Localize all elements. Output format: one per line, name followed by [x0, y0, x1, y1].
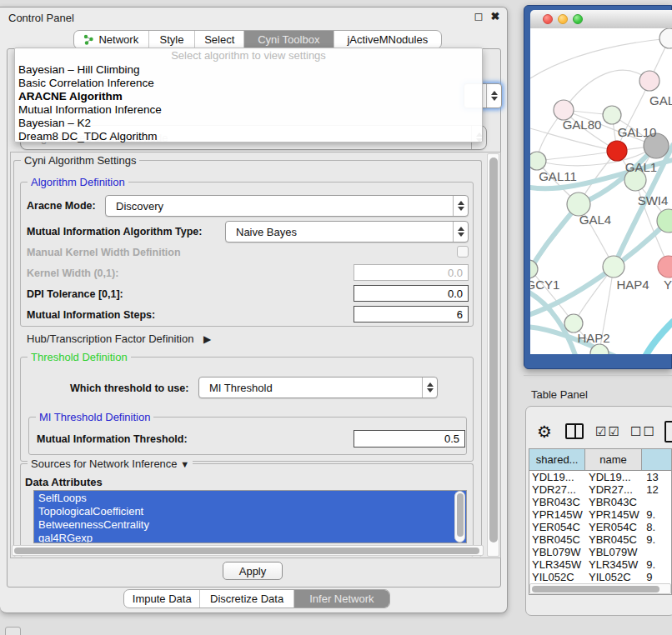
tab-jactivemnodules[interactable]: jActiveMNodules	[334, 31, 441, 48]
unchecked-columns-icon[interactable]: ☐☐	[630, 424, 656, 439]
attribute-list-scrollbar[interactable]	[454, 491, 465, 542]
gear-icon[interactable]: ⚙	[537, 422, 552, 442]
node-table[interactable]: shared... name YDL19...YDL19...13 YDR27.…	[529, 448, 672, 595]
column-header-shared-name[interactable]: shared...	[529, 449, 585, 470]
network-window-titlebar[interactable]	[530, 10, 672, 29]
mi-algorithm-type-label: Mutual Information Algorithm Type:	[27, 226, 202, 238]
tab-network-label: Network	[98, 33, 138, 46]
mi-algorithm-type-combo[interactable]: Naive Bayes	[225, 221, 469, 242]
node-label: SWI4	[638, 193, 669, 208]
node-gal11[interactable]	[530, 152, 546, 170]
tab-infer-network-label: Infer Network	[309, 592, 374, 605]
mi-steps-field[interactable]: 6	[354, 306, 469, 322]
dpi-tolerance-label: DPI Tolerance [0,1]:	[27, 288, 123, 300]
checked-columns-icon[interactable]: ☑☑	[595, 424, 621, 439]
attribute-item[interactable]: TopologicalCoefficient	[34, 504, 466, 518]
close-window-icon[interactable]: ✖	[489, 10, 502, 22]
table-row[interactable]: YBL079WYBL079W	[529, 546, 671, 558]
dpi-tolerance-field[interactable]: 0.0	[354, 285, 469, 302]
network-graph: GAL GAL80 GAL10 GAL1 GAL11 SWI4 GAL4 GCY…	[530, 28, 672, 354]
dropdown-item[interactable]: Bayesian – Hill Climbing	[15, 62, 482, 76]
stepper-icon	[453, 196, 468, 216]
mi-threshold-field[interactable]: 0.5	[354, 430, 465, 448]
node-gal[interactable]	[639, 71, 659, 91]
tab-style[interactable]: Style	[149, 31, 196, 48]
table-row[interactable]: YBR043CYBR043C	[529, 496, 671, 508]
float-window-icon[interactable]: ◻	[472, 10, 485, 22]
tab-impute-data[interactable]: Impute Data	[124, 590, 200, 608]
dropdown-item[interactable]: Bayesian – K2	[15, 116, 482, 129]
minimize-traffic-light-icon[interactable]	[558, 14, 568, 24]
algorithm-dropdown-popup: Select algorithm to view settings Bayesi…	[14, 48, 483, 142]
network-canvas[interactable]: GAL GAL80 GAL10 GAL1 GAL11 SWI4 GAL4 GCY…	[530, 28, 672, 354]
dropdown-item[interactable]: Dream8 DC_TDC Algorithm	[15, 129, 482, 142]
collapsed-panel-icon[interactable]	[5, 627, 21, 635]
tab-infer-network[interactable]: Infer Network	[294, 590, 389, 608]
table-row[interactable]: YDL19...YDL19...13	[529, 471, 671, 483]
table-row[interactable]: YIL052CYIL052C9	[529, 571, 671, 583]
which-threshold-combo[interactable]: MI Threshold	[198, 377, 438, 398]
stepper-icon	[486, 84, 501, 108]
attribute-item[interactable]: gal4RGexp	[34, 531, 466, 543]
tab-select[interactable]: Select	[195, 31, 244, 48]
node-label: GAL80	[563, 118, 602, 132]
which-threshold-label: Which threshold to use:	[70, 382, 188, 394]
sources-title-row[interactable]: Sources for Network Inference ▼	[28, 458, 193, 470]
zoom-traffic-light-icon[interactable]	[573, 14, 583, 24]
data-attributes-list[interactable]: SelfLoops TopologicalCoefficient Between…	[33, 490, 467, 543]
table-row[interactable]: YDR27...YDR27...12	[529, 483, 671, 496]
node-label: GAL1	[625, 160, 657, 174]
new-table-icon[interactable]	[664, 421, 672, 442]
hub-section-label: Hub/Transcription Factor Definition	[27, 332, 193, 345]
node-salmon[interactable]	[658, 256, 672, 278]
screen: Control Panel ◻ ✖ Network Style Select C…	[0, 0, 672, 635]
cyni-algorithm-settings-title: Cyni Algorithm Settings	[21, 154, 139, 167]
settings-h-scrollbar[interactable]	[12, 545, 484, 556]
column-layout-icon[interactable]	[565, 423, 584, 439]
column-header-name[interactable]: name	[585, 449, 641, 470]
tab-network[interactable]: Network	[74, 31, 149, 48]
settings-v-scrollbar[interactable]	[487, 153, 499, 557]
node-label: GAL	[649, 93, 672, 108]
node-gal10[interactable]	[603, 106, 621, 124]
table-h-scrollbar[interactable]	[529, 583, 671, 594]
node-unnamed[interactable]	[659, 28, 672, 48]
dropdown-item[interactable]: Mutual Information Inference	[15, 102, 482, 116]
node-hap2[interactable]	[564, 314, 583, 332]
node-hap4[interactable]	[603, 256, 624, 278]
tab-cyni-toolbox[interactable]: Cyni Toolbox	[244, 31, 334, 48]
tab-style-label: Style	[160, 33, 184, 46]
network-icon	[83, 34, 94, 45]
data-attributes-label: Data Attributes	[25, 476, 103, 488]
attribute-item[interactable]: BetweennessCentrality	[34, 518, 466, 531]
which-threshold-value: MI Threshold	[199, 378, 422, 398]
table-row[interactable]: YBR045CYBR045C9.	[529, 533, 671, 546]
network-view-window: GAL GAL80 GAL10 GAL1 GAL11 SWI4 GAL4 GCY…	[524, 5, 672, 369]
node-gal1[interactable]	[607, 141, 627, 161]
node-label: GAL10	[618, 125, 657, 139]
panel-divider	[524, 375, 672, 376]
stepper-icon	[422, 378, 437, 398]
table-row[interactable]: YER054CYER054C8.	[529, 521, 671, 533]
dropdown-item-selected[interactable]: ARACNE Algorithm	[15, 89, 482, 102]
tab-discretize-data[interactable]: Discretize Data	[200, 590, 293, 608]
table-row[interactable]: YPR145WYPR145W9.	[529, 508, 671, 521]
expanded-arrow-icon: ▼	[180, 459, 189, 469]
close-traffic-light-icon[interactable]	[543, 14, 553, 24]
manual-kernel-width-checkbox[interactable]	[457, 246, 469, 258]
apply-button[interactable]: Apply	[223, 562, 283, 580]
algorithm-dropdown-placeholder: Select algorithm to view settings	[15, 48, 482, 62]
sources-title: Sources for Network Inference	[31, 458, 178, 470]
column-header-partial[interactable]	[642, 449, 671, 470]
control-panel-tabbar: Network Style Select Cyni Toolbox jActiv…	[73, 30, 442, 49]
table-panel-title: Table Panel	[531, 388, 588, 401]
attribute-item[interactable]: SelfLoops	[34, 491, 466, 504]
aracne-mode-combo[interactable]: Discovery	[105, 195, 469, 217]
dropdown-item[interactable]: Basic Correlation Inference	[15, 76, 482, 89]
kernel-width-field[interactable]: 0.0	[354, 264, 469, 281]
mi-threshold-group-title: MI Threshold Definition	[36, 411, 153, 423]
algorithm-definition-title: Algorithm Definition	[28, 176, 128, 188]
table-row[interactable]: YLR345WYLR345W9.	[529, 558, 671, 571]
hub-section-toggle[interactable]: Hub/Transcription Factor Definition ▶	[27, 332, 211, 345]
stepper-icon	[453, 222, 468, 242]
